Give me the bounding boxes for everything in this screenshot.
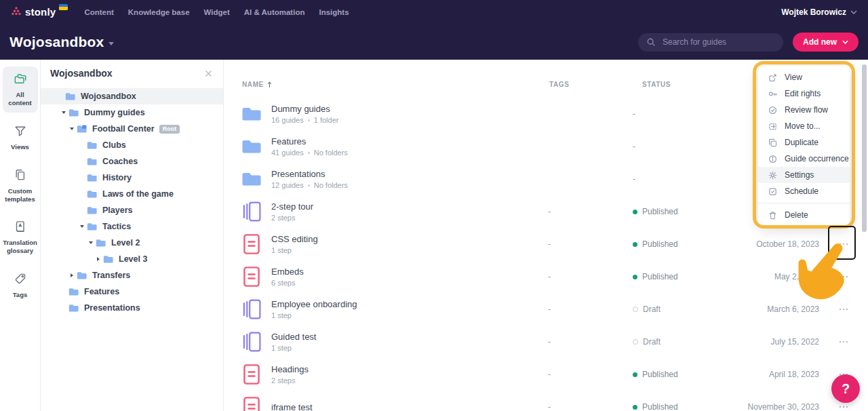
column-header-name[interactable]: NAME [242, 81, 272, 88]
vertical-scrollbar[interactable] [862, 64, 867, 232]
row-more-button[interactable] [837, 335, 850, 349]
tree-item-tactics[interactable]: Tactics [41, 218, 223, 235]
menu-item-edit-rights[interactable]: Edit rights [758, 85, 850, 102]
caret-collapsed-icon[interactable] [71, 273, 73, 277]
table-row-css-editing[interactable]: CSS editing1 step-PublishedOctober 18, 2… [224, 228, 868, 260]
tree-item-label: Tactics [102, 222, 131, 231]
folder-icon [87, 190, 97, 198]
key-icon [768, 89, 778, 99]
menu-item-label: Settings [785, 170, 814, 180]
table-row-iframe-test[interactable]: iframe test-PublishedNovember 30, 2023 [224, 391, 868, 411]
tree-item-level-2[interactable]: Level 2 [41, 235, 223, 251]
sidebar-item-views[interactable]: Views [3, 119, 38, 157]
menu-item-label: View [785, 73, 802, 82]
stonly-logo-icon [11, 5, 22, 16]
add-new-label: Add new [803, 37, 837, 47]
row-name: Employee onboarding [271, 299, 357, 309]
tree-item-label: History [102, 173, 132, 182]
published-dot-icon [633, 405, 637, 410]
table-row-employee-onboarding[interactable]: Employee onboarding1 step-DraftMarch 6, … [224, 293, 868, 326]
nav-item-widget[interactable]: Widget [204, 8, 230, 16]
row-tags-value: - [548, 305, 551, 314]
tree-item-label: Features [84, 287, 119, 296]
tree-item-label: Transfers [92, 271, 130, 280]
article-guide-icon [241, 397, 262, 411]
menu-item-settings[interactable]: Settings [758, 167, 850, 183]
tree-item-coaches[interactable]: Coaches [41, 153, 223, 170]
stonly-logo[interactable]: stonly [11, 5, 68, 19]
column-header-tags[interactable]: TAGS [549, 81, 569, 88]
status-badge: Published [633, 272, 678, 281]
menu-item-review-flow[interactable]: Review flow [758, 102, 850, 118]
row-date: April 18, 2023 [769, 370, 819, 379]
table-row-guided-test[interactable]: Guided test1 step-DraftJuly 15, 2022 [224, 326, 868, 358]
user-menu[interactable]: Wojtek Borowicz [781, 7, 857, 17]
nav-item-content[interactable]: Content [84, 8, 113, 16]
nav-item-ai-automation[interactable]: AI & Automation [244, 8, 305, 16]
row-name: Dummy guides [271, 104, 338, 114]
table-row-headings[interactable]: Headings2 steps-PublishedApril 18, 2023 [224, 358, 868, 391]
row-more-button[interactable] [837, 270, 850, 283]
nav-item-insights[interactable]: Insights [319, 8, 349, 16]
workspace-switcher[interactable]: Wojosandbox [9, 34, 114, 50]
row-meta: 2 steps [271, 376, 309, 385]
menu-item-duplicate[interactable]: Duplicate [758, 134, 850, 151]
menu-item-label: Review flow [785, 105, 828, 115]
tree-item-label: Clubs [102, 140, 126, 150]
caret-expanded-icon[interactable] [89, 241, 93, 244]
caret-expanded-icon[interactable] [70, 128, 74, 130]
tree-item-football-center[interactable]: Football CenterRoot [41, 121, 223, 137]
tree-item-history[interactable]: History [41, 170, 223, 186]
folder-icon [87, 206, 97, 214]
tree-item-features[interactable]: Features [41, 283, 223, 300]
row-meta: 1 step [271, 246, 318, 254]
tree-item-label: Wojosandbox [81, 92, 136, 101]
tree-item-level-3[interactable]: Level 3 [41, 251, 223, 267]
menu-item-delete[interactable]: Delete [758, 207, 850, 223]
tree-item-presentations[interactable]: Presentations [41, 300, 223, 316]
article-guide-icon [241, 234, 262, 254]
row-more-button[interactable] [837, 237, 850, 251]
folder-icon [87, 222, 97, 231]
workspace-title: Wojosandbox [9, 34, 104, 50]
row-more-button[interactable] [837, 302, 850, 316]
draft-dot-icon [633, 307, 638, 312]
search-input[interactable] [661, 37, 775, 47]
tour-guide-icon [241, 332, 262, 352]
gear-icon [768, 170, 778, 180]
row-meta: 16 guides1 folder [271, 116, 338, 124]
menu-item-schedule[interactable]: Schedule [758, 183, 850, 199]
sidebar-item-translation-glossary[interactable]: Translation glossary [3, 214, 38, 260]
tree-item-dummy-guides[interactable]: Dummy guides [41, 104, 223, 121]
menu-item-label: Duplicate [785, 138, 818, 147]
folder-icon [87, 157, 97, 165]
external-link-icon [768, 73, 778, 83]
sidebar-item-custom-templates[interactable]: Custom templates [3, 163, 38, 209]
caret-collapsed-icon[interactable] [97, 257, 100, 261]
close-panel-icon[interactable] [205, 70, 212, 77]
add-new-button[interactable]: Add new [793, 33, 859, 52]
menu-item-guide-occurrence[interactable]: Guide occurrence [758, 151, 850, 167]
nav-item-knowledge-base[interactable]: Knowledge base [128, 8, 190, 16]
column-header-status[interactable]: STATUS [642, 81, 671, 88]
tree-item-laws-of-the-game[interactable]: Laws of the game [41, 186, 223, 202]
caret-expanded-icon[interactable] [80, 225, 84, 228]
tag-icon [14, 272, 27, 288]
menu-item-move-to[interactable]: Move to... [758, 118, 850, 134]
menu-item-view[interactable]: View [758, 69, 850, 85]
sidebar-item-tags[interactable]: Tags [3, 267, 38, 305]
tree-item-label: Level 3 [119, 254, 147, 264]
tree-item-transfers[interactable]: Transfers [41, 267, 223, 283]
sidebar-item-all-content[interactable]: All content [3, 66, 38, 113]
folder-icon [87, 141, 97, 149]
published-dot-icon [633, 372, 637, 377]
caret-expanded-icon[interactable] [62, 111, 66, 114]
help-button[interactable]: ? [831, 374, 860, 403]
tree-item-clubs[interactable]: Clubs [41, 137, 223, 153]
tree-item-wojosandbox[interactable]: Wojosandbox [41, 88, 223, 104]
top-navigation-bar: stonly ContentKnowledge baseWidgetAI & A… [0, 0, 868, 24]
root-folder-icon [77, 125, 87, 133]
tree-item-players[interactable]: Players [41, 202, 223, 218]
brand-wordmark: stonly [25, 5, 56, 19]
table-row-embeds[interactable]: Embeds6 steps-PublishedMay 2, 2023 [224, 260, 868, 293]
